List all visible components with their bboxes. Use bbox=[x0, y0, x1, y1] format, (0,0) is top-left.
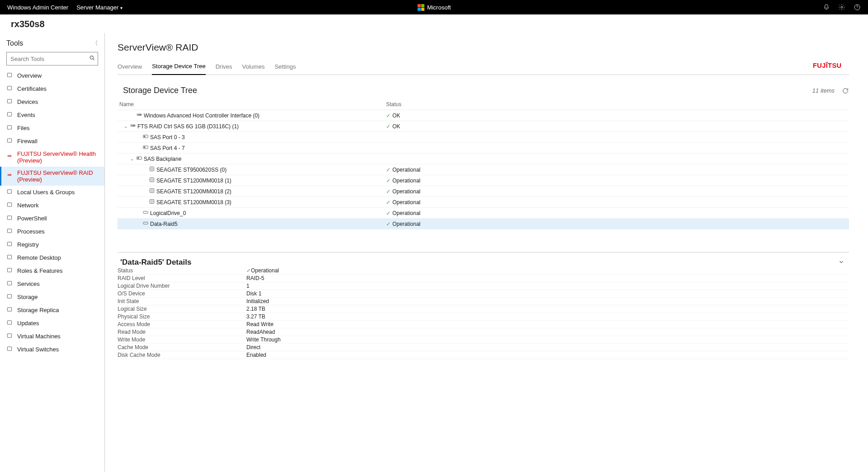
detail-label: Cache Mode bbox=[118, 344, 246, 350]
node-icon bbox=[149, 166, 155, 173]
tab-settings[interactable]: Settings bbox=[274, 61, 296, 75]
tool-icon bbox=[6, 111, 13, 119]
node-name: Windows Advanced Host Controller Interfa… bbox=[144, 112, 259, 119]
tool-icon bbox=[6, 85, 13, 93]
detail-row: Read ModeReadAhead bbox=[118, 328, 849, 336]
check-icon: ✓ bbox=[246, 267, 251, 274]
node-name: LogicalDrive_0 bbox=[150, 210, 186, 216]
tool-label: Certificates bbox=[17, 85, 47, 92]
sidebar-item-devices[interactable]: Devices bbox=[0, 95, 104, 108]
detail-row: O/S DeviceDisk 1 bbox=[118, 290, 849, 298]
node-icon bbox=[130, 123, 136, 130]
refresh-icon[interactable] bbox=[842, 87, 849, 94]
node-name: SEAGATE ST1200MM0018 (1) bbox=[156, 178, 231, 184]
tool-label: Firewall bbox=[17, 138, 38, 145]
tree-row[interactable]: SEAGATE ST1200MM0018 (3)✓Operational bbox=[118, 197, 849, 208]
tool-icon bbox=[6, 319, 13, 327]
sidebar-item-updates[interactable]: Updates bbox=[0, 317, 104, 330]
sidebar-item-services[interactable]: Services bbox=[0, 277, 104, 290]
sidebar-collapse-icon[interactable]: 〈 bbox=[92, 39, 98, 47]
expand-icon[interactable]: ⌄ bbox=[123, 124, 128, 129]
sidebar-item-local-users-groups[interactable]: Local Users & Groups bbox=[0, 186, 104, 199]
svg-rect-39 bbox=[150, 200, 154, 204]
tree-row[interactable]: SAS Port 4 - 7 bbox=[118, 143, 849, 154]
details-collapse-icon[interactable] bbox=[838, 259, 849, 266]
tree-row[interactable]: SEAGATE ST1200MM0018 (1)✓Operational bbox=[118, 175, 849, 186]
tree-row[interactable]: Windows Advanced Host Controller Interfa… bbox=[118, 110, 849, 121]
app-name[interactable]: Windows Admin Center bbox=[7, 4, 68, 11]
sidebar-item-fujitsu-serverview-raid-preview[interactable]: FUJITSU ServerView® RAID (Preview) bbox=[0, 167, 104, 186]
status-text: Operational bbox=[392, 199, 420, 206]
svg-rect-33 bbox=[150, 167, 154, 171]
sidebar-item-registry[interactable]: Registry bbox=[0, 238, 104, 251]
server-manager-dropdown[interactable]: Server Manager▾ bbox=[76, 4, 123, 11]
sidebar-item-powershell[interactable]: PowerShell bbox=[0, 212, 104, 225]
svg-rect-28 bbox=[144, 136, 145, 137]
sidebar-item-fujitsu-serverview-health-preview[interactable]: FUJITSU ServerView® Health (Preview) bbox=[0, 148, 104, 167]
tool-label: Storage bbox=[17, 294, 38, 300]
svg-text:FUJĨTSU: FUJĨTSU bbox=[813, 61, 841, 69]
tool-icon bbox=[6, 124, 13, 132]
detail-label: Disk Cache Mode bbox=[118, 352, 246, 358]
section-title: Storage Device Tree bbox=[118, 86, 197, 95]
svg-rect-12 bbox=[7, 229, 11, 233]
tree-row[interactable]: LogicalDrive_0✓Operational bbox=[118, 208, 849, 219]
tree-row[interactable]: Data-Raid5✓Operational bbox=[118, 219, 849, 229]
sidebar-item-storage-replica[interactable]: Storage Replica bbox=[0, 304, 104, 317]
fujitsu-logo: FUJĨTSU bbox=[813, 59, 849, 75]
detail-label: Status bbox=[118, 267, 246, 274]
col-header-status[interactable]: Status bbox=[386, 101, 849, 107]
tree-row[interactable]: SAS Port 0 - 3 bbox=[118, 132, 849, 143]
sidebar-item-files[interactable]: Files bbox=[0, 122, 104, 135]
svg-rect-30 bbox=[144, 147, 145, 148]
svg-rect-8 bbox=[7, 139, 11, 142]
tab-drives[interactable]: Drives bbox=[216, 61, 232, 75]
svg-rect-17 bbox=[7, 294, 11, 298]
col-header-name[interactable]: Name bbox=[119, 101, 386, 107]
detail-label: Physical Size bbox=[118, 313, 246, 320]
sidebar-item-events[interactable]: Events bbox=[0, 108, 104, 122]
detail-value: Direct bbox=[246, 344, 849, 350]
sidebar-item-processes[interactable]: Processes bbox=[0, 225, 104, 238]
tool-label: Virtual Switches bbox=[17, 346, 59, 353]
svg-rect-24 bbox=[137, 114, 138, 115]
sidebar-item-storage[interactable]: Storage bbox=[0, 290, 104, 304]
tool-label: Services bbox=[17, 280, 40, 287]
notifications-icon[interactable] bbox=[823, 4, 830, 11]
tool-icon bbox=[6, 98, 13, 106]
detail-label: O/S Device bbox=[118, 290, 246, 297]
tab-volumes[interactable]: Volumes bbox=[242, 61, 265, 75]
status-text: OK bbox=[392, 123, 400, 130]
node-icon bbox=[143, 145, 148, 151]
sidebar-item-virtual-machines[interactable]: Virtual Machines bbox=[0, 330, 104, 343]
sidebar-item-virtual-switches[interactable]: Virtual Switches bbox=[0, 343, 104, 356]
settings-icon[interactable] bbox=[838, 4, 845, 11]
sidebar-item-overview[interactable]: Overview bbox=[0, 69, 104, 82]
tree-row[interactable]: ⌄FTS RAID Ctrl SAS 6G 1GB (D3116C) (1)✓O… bbox=[118, 121, 849, 132]
tool-icon bbox=[6, 201, 13, 209]
help-icon[interactable] bbox=[854, 4, 861, 11]
tool-icon bbox=[6, 241, 13, 248]
search-tools-input[interactable] bbox=[6, 52, 98, 65]
svg-rect-6 bbox=[7, 112, 11, 116]
tab-overview[interactable]: Overview bbox=[118, 61, 142, 75]
detail-label: Write Mode bbox=[118, 336, 246, 343]
tab-storage-device-tree[interactable]: Storage Device Tree bbox=[152, 60, 206, 75]
tool-label: Updates bbox=[17, 320, 39, 327]
microsoft-logo-icon bbox=[417, 4, 425, 11]
detail-value: 1 bbox=[246, 283, 849, 289]
tree-row[interactable]: SEAGATE ST1200MM0018 (2)✓Operational bbox=[118, 186, 849, 197]
sidebar-item-network[interactable]: Network bbox=[0, 199, 104, 212]
expand-icon[interactable]: ⌄ bbox=[129, 156, 135, 161]
node-icon bbox=[137, 155, 142, 162]
microsoft-brand[interactable]: Microsoft bbox=[417, 4, 451, 11]
node-name: SEAGATE ST9500620SS (0) bbox=[156, 167, 226, 173]
svg-rect-19 bbox=[7, 321, 11, 324]
sidebar-item-remote-desktop[interactable]: Remote Desktop bbox=[0, 251, 104, 264]
sidebar-item-firewall[interactable]: Firewall bbox=[0, 135, 104, 148]
tree-row[interactable]: SEAGATE ST9500620SS (0)✓Operational bbox=[118, 164, 849, 175]
sidebar-item-certificates[interactable]: Certificates bbox=[0, 82, 104, 95]
sidebar-item-roles-features[interactable]: Roles & Features bbox=[0, 264, 104, 277]
tree-row[interactable]: ⌄SAS Backplane bbox=[118, 154, 849, 164]
detail-label: RAID Level bbox=[118, 275, 246, 281]
